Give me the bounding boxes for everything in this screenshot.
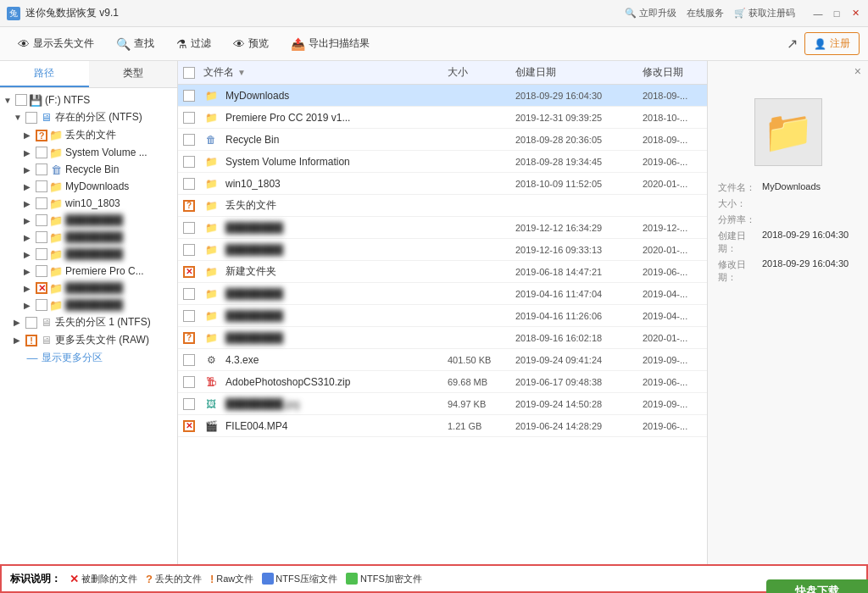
share-icon[interactable]: ↗ — [787, 36, 798, 52]
check-blurred1[interactable] — [36, 214, 47, 226]
file-name: Recycle Bin — [225, 134, 441, 146]
tab-path[interactable]: 路径 — [0, 61, 89, 87]
file-modified: 2019-06-... — [639, 421, 707, 431]
filter-btn[interactable]: ⚗ 过滤 — [167, 32, 220, 55]
legend-deleted: ✕ 被删除的文件 — [70, 573, 137, 585]
tree-node-blurred1[interactable]: ▶ 📁 ████████ — [0, 212, 177, 229]
tab-type[interactable]: 类型 — [89, 61, 178, 87]
file-created: 2019-12-12 16:34:29 — [512, 223, 639, 233]
maximize-btn[interactable]: □ — [831, 8, 843, 19]
sort-icon[interactable]: ▼ — [237, 68, 246, 77]
file-check[interactable] — [183, 376, 195, 388]
check-blurred2[interactable] — [36, 231, 47, 243]
tree-node-existing[interactable]: ▼ 🖥 存在的分区 (NTFS) — [0, 108, 177, 126]
file-check[interactable] — [183, 156, 195, 168]
close-preview-btn[interactable]: × — [848, 61, 868, 81]
file-check[interactable] — [183, 134, 195, 146]
file-check-deleted2[interactable]: ✕ — [183, 420, 195, 432]
file-check[interactable] — [183, 288, 195, 300]
file-row[interactable]: 📁 ████████ 2019-04-16 11:47:04 2019-04-.… — [178, 283, 707, 305]
tree-panel[interactable]: ▼ 💾 (F:) NTFS ▼ 🖥 存在的分区 (NTFS) ▶ ? 📁 丢失的… — [0, 88, 177, 564]
tree-node-lost-files[interactable]: ▶ ? 📁 丢失的文件 — [0, 126, 177, 144]
tree-node-blurred2[interactable]: ▶ 📁 ████████ — [0, 229, 177, 246]
online-service-btn[interactable]: 在线服务 — [687, 7, 724, 19]
file-created: 2019-12-31 09:39:25 — [512, 113, 639, 123]
tree-node-recyclebin[interactable]: ▶ 🗑 Recycle Bin — [0, 161, 177, 178]
file-row[interactable]: 🗜 AdobePhotoshopCS310.zip 69.68 MB 2019-… — [178, 371, 707, 393]
tree-node-lost-partition1[interactable]: ▶ 🖥 丢失的分区 1 (NTFS) — [0, 313, 177, 331]
check-lost-partition1[interactable] — [25, 317, 37, 329]
file-row[interactable]: 📁 win10_1803 2018-10-09 11:52:05 2020-01… — [178, 173, 707, 195]
check-blurred4[interactable]: ✕ — [36, 282, 47, 294]
file-check[interactable] — [183, 178, 195, 190]
check-blurred3[interactable] — [36, 248, 47, 260]
upgrade-btn[interactable]: 🔍 立即升级 — [625, 7, 676, 19]
file-check-warn[interactable]: ? — [183, 200, 195, 212]
created-label: 创建日期： — [718, 230, 762, 255]
file-row[interactable]: 📁 ████████ 2019-04-16 11:26:06 2019-04-.… — [178, 305, 707, 327]
file-row[interactable]: 📁 MyDownloads 2018-09-29 16:04:30 2018-0… — [178, 85, 707, 107]
file-row[interactable]: ✕ 🎬 FILE004.MP4 1.21 GB 2019-06-24 14:28… — [178, 415, 707, 437]
file-row[interactable]: 🗑 Recycle Bin 2018-09-28 20:36:05 2018-0… — [178, 129, 707, 151]
check-mydownloads[interactable] — [36, 180, 47, 192]
search-icon: 🔍 — [625, 8, 637, 19]
show-lost-files-btn[interactable]: 👁 显示丢失文件 — [8, 32, 103, 55]
file-check[interactable] — [183, 112, 195, 124]
preview-btn[interactable]: 👁 预览 — [224, 32, 278, 55]
tree-node-mydownloads[interactable]: ▶ 📁 MyDownloads — [0, 178, 177, 195]
file-row[interactable]: ✕ 📁 新建文件夹 2019-06-18 14:47:21 2019-06-..… — [178, 261, 707, 283]
check-existing[interactable] — [25, 112, 37, 124]
file-check[interactable] — [183, 222, 195, 234]
check-blurred5[interactable] — [36, 299, 47, 311]
check-all[interactable] — [183, 67, 195, 79]
minimize-btn[interactable]: — — [812, 8, 824, 19]
tree-node-blurred5[interactable]: ▶ 📁 ████████ — [0, 296, 177, 313]
file-modified: 2020-01-... — [639, 333, 707, 343]
file-row[interactable]: 🖼 ████████.jpg 94.97 KB 2019-09-24 14:50… — [178, 393, 707, 415]
file-name: 4.3.exe — [225, 354, 441, 366]
file-row[interactable]: 📁 Premiere Pro CC 2019 v1... 2019-12-31 … — [178, 107, 707, 129]
file-row[interactable]: 📁 ████████ 2019-12-12 16:34:29 2019-12-.… — [178, 217, 707, 239]
file-check[interactable] — [183, 354, 195, 366]
export-scan-btn[interactable]: 📤 导出扫描结果 — [281, 32, 379, 55]
close-btn[interactable]: ✕ — [849, 8, 861, 19]
file-row[interactable]: 📁 ████████ 2019-12-16 09:33:13 2020-01-.… — [178, 239, 707, 261]
file-row[interactable]: ? 📁 ████████ 2018-09-16 16:02:18 2020-01… — [178, 327, 707, 349]
tree-node-drive[interactable]: ▼ 💾 (F:) NTFS — [0, 91, 177, 108]
file-created: 2018-10-09 11:52:05 — [512, 179, 639, 189]
file-name: ████████ — [225, 222, 441, 234]
tree-node-show-more[interactable]: — 显示更多分区 — [0, 349, 177, 367]
tree-node-win10[interactable]: ▶ 📁 win10_1803 — [0, 195, 177, 212]
file-check-warn2[interactable]: ? — [183, 332, 195, 344]
tree-node-blurred3[interactable]: ▶ 📁 ████████ — [0, 246, 177, 263]
node-label: 丢失的文件 — [65, 128, 116, 142]
file-row[interactable]: ? 📁 丢失的文件 — [178, 195, 707, 217]
info-row-resolution: 分辨率： — [718, 213, 858, 226]
tree-node-blurred4[interactable]: ▶ ✕ 📁 ████████ — [0, 280, 177, 296]
tree-node-premiere[interactable]: ▶ 📁 Premiere Pro C... — [0, 263, 177, 280]
tree-node-sysvolinfo[interactable]: ▶ 📁 System Volume ... — [0, 144, 177, 161]
check-lost-files[interactable]: ? — [36, 130, 47, 141]
check-premiere[interactable] — [36, 265, 47, 277]
check-sysvolinfo[interactable] — [36, 147, 47, 158]
resolution-label: 分辨率： — [718, 213, 762, 226]
check-recyclebin[interactable] — [36, 163, 47, 175]
file-list-header: 文件名 ▼ 大小 创建日期 修改日期 — [178, 61, 707, 85]
file-check-deleted[interactable]: ✕ — [183, 266, 195, 278]
register-btn[interactable]: 👤 注册 — [804, 32, 860, 55]
file-check[interactable] — [183, 398, 195, 410]
file-check[interactable] — [183, 90, 195, 102]
check-more-lost[interactable]: ! — [25, 335, 37, 346]
register-code-btn[interactable]: 🛒 获取注册码 — [734, 7, 795, 19]
file-modified: 2018-09-... — [639, 91, 707, 101]
file-check[interactable] — [183, 310, 195, 322]
file-row[interactable]: ⚙ 4.3.exe 401.50 KB 2019-09-24 09:41:24 … — [178, 349, 707, 371]
file-modified: 2018-10-... — [639, 113, 707, 123]
file-row[interactable]: 📁 System Volume Information 2018-09-28 1… — [178, 151, 707, 173]
tree-node-more-lost[interactable]: ▶ ! 🖥 更多丢失文件 (RAW) — [0, 331, 177, 349]
file-check[interactable] — [183, 244, 195, 256]
expand-icon: ▶ — [24, 148, 36, 158]
check-drive[interactable] — [15, 94, 27, 106]
search-btn[interactable]: 🔍 查找 — [107, 32, 164, 55]
check-win10[interactable] — [36, 197, 47, 209]
